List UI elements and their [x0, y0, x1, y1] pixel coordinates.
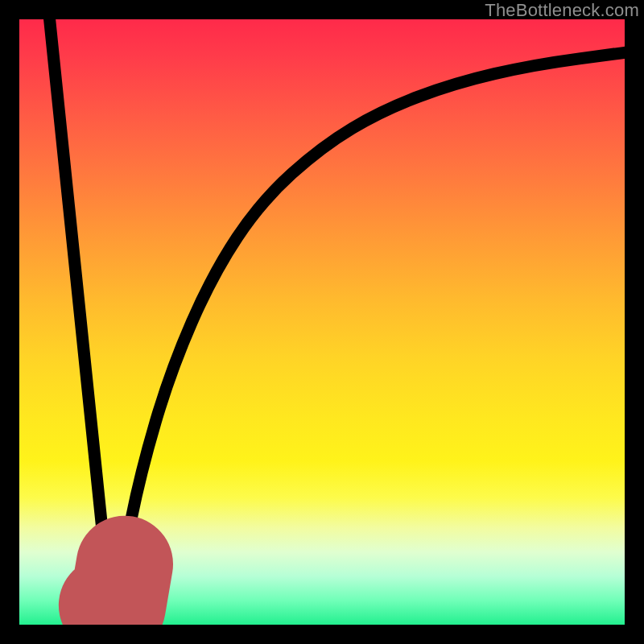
chart-frame: TheBottleneck.com — [0, 0, 644, 644]
plot-area — [19, 19, 625, 625]
j-marker — [107, 564, 125, 607]
chart-svg — [19, 19, 625, 625]
curve-left-limb — [50, 19, 110, 606]
watermark-text: TheBottleneck.com — [485, 0, 639, 21]
curve-right-limb — [110, 52, 625, 606]
